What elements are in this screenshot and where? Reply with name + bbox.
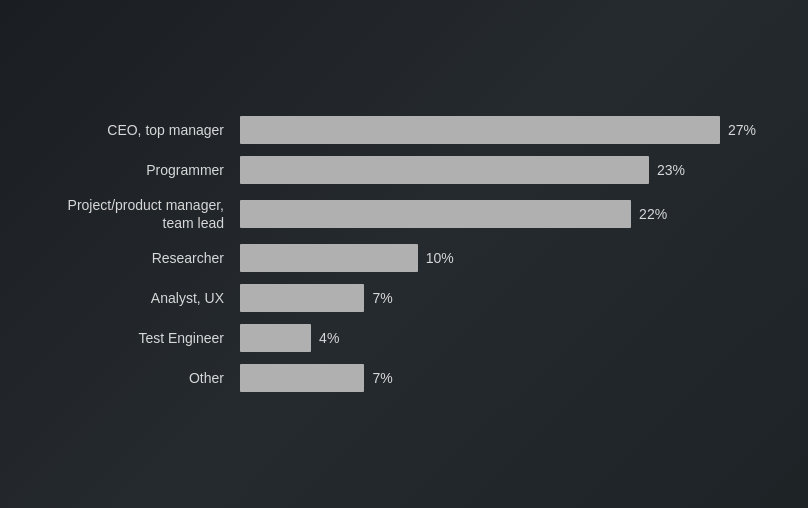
- bar-row: Researcher10%: [20, 244, 768, 272]
- bar-value: 4%: [319, 330, 339, 346]
- bar-track: 7%: [240, 364, 768, 392]
- bar-fill: [240, 116, 720, 144]
- bar-fill: [240, 200, 631, 228]
- bar-row: Analyst, UX7%: [20, 284, 768, 312]
- bar-value: 23%: [657, 162, 685, 178]
- bar-row: Programmer23%: [20, 156, 768, 184]
- bar-value: 10%: [426, 250, 454, 266]
- bar-label: Test Engineer: [20, 329, 240, 347]
- chart-container: CEO, top manager27%Programmer23%Project/…: [0, 0, 808, 508]
- bar-track: 7%: [240, 284, 768, 312]
- bar-fill: [240, 324, 311, 352]
- bar-label: Other: [20, 369, 240, 387]
- bar-track: 27%: [240, 116, 768, 144]
- bar-track: 4%: [240, 324, 768, 352]
- bar-label: CEO, top manager: [20, 121, 240, 139]
- bar-fill: [240, 244, 418, 272]
- bar-value: 22%: [639, 206, 667, 222]
- bar-row: Project/product manager,team lead22%: [20, 196, 768, 232]
- bar-label: Project/product manager,team lead: [20, 196, 240, 232]
- bar-track: 10%: [240, 244, 768, 272]
- bar-value: 7%: [372, 370, 392, 386]
- bar-fill: [240, 284, 364, 312]
- bar-fill: [240, 364, 364, 392]
- bar-row: Test Engineer4%: [20, 324, 768, 352]
- bar-label: Analyst, UX: [20, 289, 240, 307]
- bar-label: Programmer: [20, 161, 240, 179]
- bar-fill: [240, 156, 649, 184]
- bar-track: 23%: [240, 156, 768, 184]
- bar-value: 7%: [372, 290, 392, 306]
- bar-row: Other7%: [20, 364, 768, 392]
- bar-track: 22%: [240, 200, 768, 228]
- bar-label: Researcher: [20, 249, 240, 267]
- bar-row: CEO, top manager27%: [20, 116, 768, 144]
- bar-value: 27%: [728, 122, 756, 138]
